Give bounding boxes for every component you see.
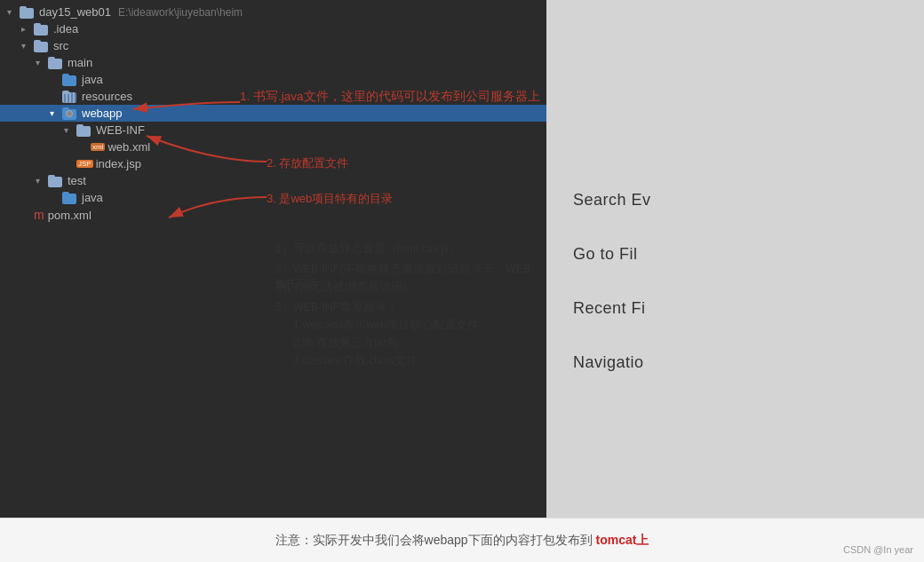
item-label-resources: resources xyxy=(82,90,132,103)
folder-icon-resources xyxy=(62,91,78,103)
tree-item-webapp[interactable]: webapp xyxy=(0,105,546,122)
item-label-testjava: java xyxy=(82,191,103,204)
tree-item-test[interactable]: test xyxy=(0,172,546,189)
tree-item-indexjsp[interactable]: JSP index.jsp xyxy=(0,155,546,172)
item-label-idea: .idea xyxy=(53,22,78,36)
item-label-src: src xyxy=(53,39,68,52)
path-text: E:\ideawork\jiuyeban\heim xyxy=(118,6,243,19)
bottom-note-prefix: 注意：实际开发中我们会将webapp下面的内容打包发布到 xyxy=(275,533,593,549)
annotation-note4-2b: 的内容无法被浏览器访问) xyxy=(275,280,538,295)
annotation-note4-3c: 3.classes:存放.class文件 xyxy=(293,353,418,368)
item-label-pomxml: pom.xml xyxy=(48,209,92,222)
folder-icon-main xyxy=(48,57,64,69)
right-menu-search[interactable]: Search Ev xyxy=(573,191,897,210)
main-container: day15_web01 E:\ideawork\jiuyeban\heim .i… xyxy=(0,0,924,562)
right-panel: Search Ev Go to Fil Recent Fi Navigatio xyxy=(546,0,924,562)
arrow-webinf xyxy=(64,125,76,135)
tree-item-webinf[interactable]: WEB-INF xyxy=(0,122,546,139)
folder-icon-webinf xyxy=(76,124,92,137)
bottom-note-highlight: tomcat上 xyxy=(596,533,649,549)
folder-icon-test xyxy=(48,175,64,187)
item-label-main: main xyxy=(68,56,92,69)
annotation-note4-3a: 1.web.xml表示web项目核心配置文件 xyxy=(293,318,479,333)
folder-icon-src xyxy=(34,40,50,52)
annotation-note4-3b: 2.lib:存放第三方jar包 xyxy=(293,336,398,351)
item-label-test: test xyxy=(68,174,86,187)
right-menu-goto[interactable]: Go to Fil xyxy=(573,245,897,264)
item-label-indexjsp: index.jsp xyxy=(96,157,141,170)
item-label-webinf: WEB-INF xyxy=(96,123,145,137)
folder-icon-webapp xyxy=(62,107,78,120)
tree-item-idea[interactable]: .idea xyxy=(0,20,546,37)
tree-item-root[interactable]: day15_web01 E:\ideawork\jiuyeban\heim xyxy=(0,4,546,20)
tree-item-java[interactable]: java xyxy=(0,71,546,88)
xml-badge: xml xyxy=(91,143,105,151)
annotation-note4-2: 2）WEB-INF(不能将静态资源放到该目录下，WEB-INF下面 xyxy=(275,262,538,292)
arrow-root xyxy=(7,7,20,17)
item-label-webapp: webapp xyxy=(82,107,123,120)
item-label-webxml: web.xml xyxy=(108,140,150,154)
folder-icon-java xyxy=(62,74,78,86)
tree-item-resources[interactable]: resources xyxy=(0,88,546,105)
tree-item-main[interactable]: main xyxy=(0,54,546,71)
folder-icon-testjava xyxy=(62,192,78,204)
right-menu-recent[interactable]: Recent Fi xyxy=(573,299,897,318)
tree-item-pomxml[interactable]: m pom.xml xyxy=(0,206,546,224)
bottom-watermark: CSDN @In year xyxy=(843,544,913,555)
right-menu-nav[interactable]: Navigatio xyxy=(573,353,897,372)
arrow-src xyxy=(21,41,34,51)
arrow-main xyxy=(36,58,48,67)
maven-icon: m xyxy=(34,208,44,222)
jsp-badge: JSP xyxy=(76,160,93,168)
arrow-test xyxy=(36,176,48,186)
tree-item-testjava[interactable]: java xyxy=(0,189,546,206)
folder-icon-idea xyxy=(34,23,50,36)
item-label-java: java xyxy=(82,73,103,86)
item-label-root: day15_web01 xyxy=(39,5,111,19)
annotation-note4-3: 3）WEB-INF常见目录： xyxy=(275,300,398,315)
bottom-bar: 注意：实际开发中我们会将webapp下面的内容打包发布到 tomcat上 CSD… xyxy=(0,518,924,562)
tree-item-webxml[interactable]: xml web.xml xyxy=(0,139,546,155)
annotation-note4-1: 1）可以存放静态资源（html css js） xyxy=(275,241,538,257)
file-tree-panel: day15_web01 E:\ideawork\jiuyeban\heim .i… xyxy=(0,0,546,562)
arrow-idea xyxy=(21,24,34,34)
tree-item-src[interactable]: src xyxy=(0,37,546,54)
folder-icon-root xyxy=(20,6,36,19)
arrow-webapp xyxy=(50,108,62,118)
